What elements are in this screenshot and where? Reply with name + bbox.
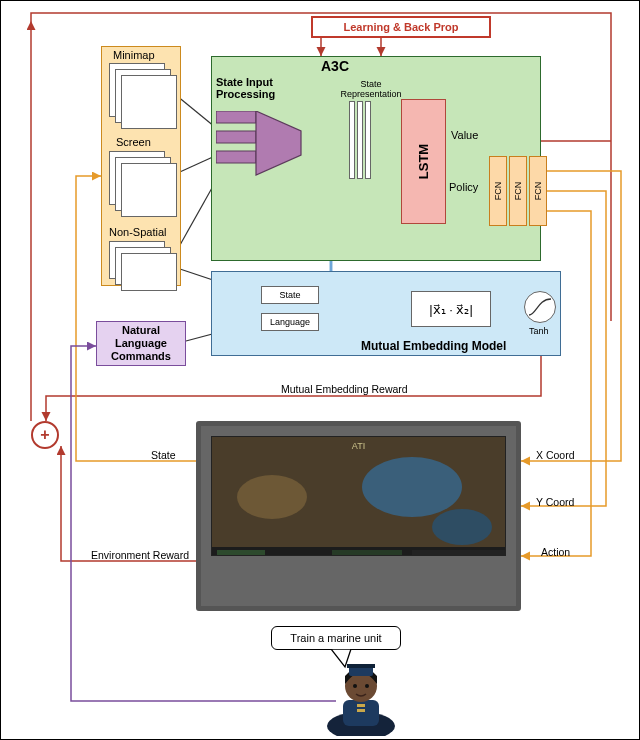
policy-label: Policy [449, 181, 478, 193]
lstm-box: LSTM [401, 99, 446, 224]
tanh-node [524, 291, 556, 323]
tanh-curve-icon [526, 293, 554, 321]
svg-point-6 [362, 457, 462, 517]
game-title: ATI [352, 441, 365, 451]
nl-commands-box: Natural Language Commands [96, 321, 186, 366]
svg-point-7 [432, 509, 492, 545]
svg-marker-2 [216, 151, 256, 163]
sip-label: State Input Processing [216, 76, 306, 100]
commander-avatar-icon [321, 656, 401, 736]
state-slice-2 [357, 101, 363, 179]
svg-rect-14 [343, 700, 379, 726]
learning-backprop-box: Learning & Back Prop [311, 16, 491, 38]
value-label: Value [451, 129, 478, 141]
sip-funnel-icon [216, 111, 306, 191]
a3c-title: A3C [321, 58, 349, 74]
minimap-label: Minimap [113, 49, 155, 61]
svg-rect-11 [412, 550, 505, 555]
fcn-3: FCN [529, 156, 547, 226]
mem-title: Mutual Embedding Model [361, 339, 506, 353]
fcn-2: FCN [509, 156, 527, 226]
svg-rect-10 [332, 550, 402, 555]
tanh-label: Tanh [529, 326, 549, 336]
state-slice-3 [365, 101, 371, 179]
game-terrain-icon [212, 437, 505, 555]
reward-sum-node: + [31, 421, 59, 449]
svg-point-5 [237, 475, 307, 519]
cosine-box: |x⃗₁ · x⃗₂| [411, 291, 491, 327]
me-reward-label: Mutual Embedding Reward [281, 383, 408, 395]
ycoord-label: Y Coord [536, 496, 574, 508]
svg-point-18 [353, 684, 357, 688]
game-monitor: ATI [196, 421, 521, 611]
env-reward-label: Environment Reward [91, 549, 189, 561]
svg-rect-17 [347, 664, 375, 668]
fcn-1: FCN [489, 156, 507, 226]
svg-point-19 [365, 684, 369, 688]
lstm-label: LSTM [416, 144, 431, 179]
svg-rect-21 [357, 709, 365, 712]
svg-marker-0 [216, 111, 256, 123]
game-screen: ATI [211, 436, 506, 556]
svg-rect-20 [357, 704, 365, 707]
svg-marker-1 [216, 131, 256, 143]
learning-label: Learning & Back Prop [344, 21, 459, 33]
screen-stack-front [121, 163, 177, 217]
minimap-stack-front [121, 75, 177, 129]
svg-marker-3 [256, 111, 301, 175]
mem-language-box: Language [261, 313, 319, 331]
xcoord-label: X Coord [536, 449, 575, 461]
speech-bubble: Train a marine unit [271, 626, 401, 650]
nonspatial-stack-front [121, 253, 177, 291]
nonspatial-label: Non-Spatial [109, 226, 166, 238]
mem-state-box: State [261, 286, 319, 304]
state-slice-1 [349, 101, 355, 179]
svg-rect-9 [217, 550, 265, 555]
screen-label: Screen [116, 136, 151, 148]
state-repr-label: State Representation [336, 79, 406, 99]
action-label: Action [541, 546, 570, 558]
figure-canvas: Learning & Back Prop A3C Minimap Screen … [0, 0, 640, 740]
state-signal-label: State [151, 449, 176, 461]
